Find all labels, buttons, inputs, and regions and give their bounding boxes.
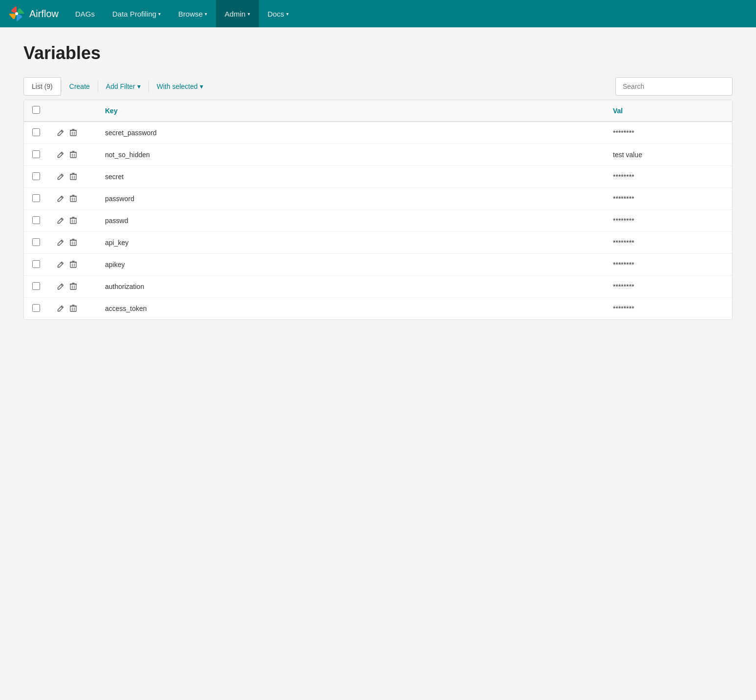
- row-checkbox[interactable]: [32, 172, 40, 180]
- pencil-icon: [57, 151, 64, 158]
- nav-dags[interactable]: DAGs: [66, 0, 104, 27]
- row-checkbox-cell: [24, 276, 48, 298]
- row-key: passwd: [97, 210, 605, 232]
- table-header-row: Key Val: [24, 100, 732, 122]
- nav-docs[interactable]: Docs ▾: [259, 0, 297, 27]
- row-actions: [48, 210, 97, 232]
- svg-rect-8: [70, 284, 76, 289]
- trash-icon: [70, 129, 77, 137]
- header-checkbox-cell: [24, 100, 48, 122]
- edit-button[interactable]: [56, 128, 65, 137]
- svg-rect-2: [70, 152, 76, 158]
- edit-button[interactable]: [56, 172, 65, 181]
- row-val: test value: [605, 144, 732, 166]
- svg-rect-1: [70, 130, 76, 136]
- header-key[interactable]: Key: [97, 100, 605, 122]
- create-button[interactable]: Create: [62, 77, 98, 96]
- row-val: ********: [605, 122, 732, 144]
- row-checkbox-cell: [24, 188, 48, 210]
- trash-icon: [70, 261, 77, 268]
- list-button[interactable]: List (9): [23, 77, 61, 96]
- nav-docs-caret: ▾: [286, 11, 289, 17]
- row-val: ********: [605, 298, 732, 320]
- add-filter-caret: ▾: [137, 82, 141, 90]
- row-val: ********: [605, 166, 732, 188]
- row-checkbox[interactable]: [32, 194, 40, 202]
- row-checkbox-cell: [24, 144, 48, 166]
- nav-browse-caret: ▾: [205, 11, 207, 17]
- delete-button[interactable]: [69, 128, 78, 138]
- page-title: Variables: [23, 43, 733, 63]
- variables-table-wrapper: Key Val: [23, 100, 733, 320]
- search-input[interactable]: [615, 77, 733, 96]
- row-actions: [48, 122, 97, 144]
- row-checkbox-cell: [24, 122, 48, 144]
- nav-data-profiling[interactable]: Data Profiling ▾: [104, 0, 169, 27]
- svg-point-0: [15, 12, 18, 15]
- trash-icon: [70, 217, 77, 225]
- row-checkbox[interactable]: [32, 238, 40, 246]
- trash-icon: [70, 239, 77, 247]
- row-key: authorization: [97, 276, 605, 298]
- row-checkbox[interactable]: [32, 150, 40, 158]
- row-checkbox[interactable]: [32, 260, 40, 268]
- edit-button[interactable]: [56, 194, 65, 203]
- delete-button[interactable]: [69, 282, 78, 291]
- nav-browse[interactable]: Browse ▾: [169, 0, 216, 27]
- delete-button[interactable]: [69, 238, 78, 247]
- row-val: ********: [605, 232, 732, 254]
- row-checkbox[interactable]: [32, 304, 40, 312]
- delete-button[interactable]: [69, 304, 78, 313]
- delete-button[interactable]: [69, 150, 78, 160]
- svg-rect-9: [70, 306, 76, 311]
- pencil-icon: [57, 283, 64, 290]
- page-content: Variables List (9) Create Add Filter ▾ W…: [0, 27, 756, 335]
- edit-button[interactable]: [56, 260, 65, 269]
- svg-rect-7: [70, 262, 76, 268]
- delete-button[interactable]: [69, 260, 78, 269]
- row-checkbox[interactable]: [32, 216, 40, 224]
- header-val[interactable]: Val: [605, 100, 732, 122]
- delete-button[interactable]: [69, 194, 78, 204]
- delete-button[interactable]: [69, 172, 78, 182]
- edit-button[interactable]: [56, 282, 65, 291]
- airflow-logo-icon: [8, 5, 25, 22]
- row-key: apikey: [97, 254, 605, 276]
- select-all-checkbox[interactable]: [32, 106, 40, 114]
- trash-icon: [70, 173, 77, 181]
- toolbar: List (9) Create Add Filter ▾ With select…: [23, 77, 733, 96]
- edit-button[interactable]: [56, 304, 65, 313]
- with-selected-caret: ▾: [200, 82, 203, 90]
- edit-button[interactable]: [56, 150, 65, 159]
- table-row: password ********: [24, 188, 732, 210]
- nav-admin[interactable]: Admin ▾: [216, 0, 259, 27]
- edit-button[interactable]: [56, 238, 65, 247]
- with-selected-button[interactable]: With selected ▾: [149, 77, 211, 96]
- row-val: ********: [605, 210, 732, 232]
- trash-icon: [70, 283, 77, 290]
- svg-rect-5: [70, 218, 76, 224]
- row-actions: [48, 188, 97, 210]
- pencil-icon: [57, 173, 64, 180]
- edit-button[interactable]: [56, 216, 65, 225]
- pencil-icon: [57, 261, 64, 268]
- nav-admin-caret: ▾: [248, 11, 250, 17]
- table-row: passwd ********: [24, 210, 732, 232]
- row-key: access_token: [97, 298, 605, 320]
- svg-rect-6: [70, 240, 76, 246]
- row-key: secret_password: [97, 122, 605, 144]
- svg-rect-3: [70, 174, 76, 180]
- delete-button[interactable]: [69, 216, 78, 226]
- table-row: api_key ********: [24, 232, 732, 254]
- row-key: password: [97, 188, 605, 210]
- row-val: ********: [605, 188, 732, 210]
- row-checkbox[interactable]: [32, 128, 40, 136]
- row-actions: [48, 254, 97, 276]
- row-key: secret: [97, 166, 605, 188]
- row-checkbox[interactable]: [32, 282, 40, 290]
- row-checkbox-cell: [24, 298, 48, 320]
- trash-icon: [70, 151, 77, 159]
- brand-logo[interactable]: Airflow: [8, 5, 59, 22]
- add-filter-button[interactable]: Add Filter ▾: [98, 77, 148, 96]
- search-container: [615, 77, 733, 96]
